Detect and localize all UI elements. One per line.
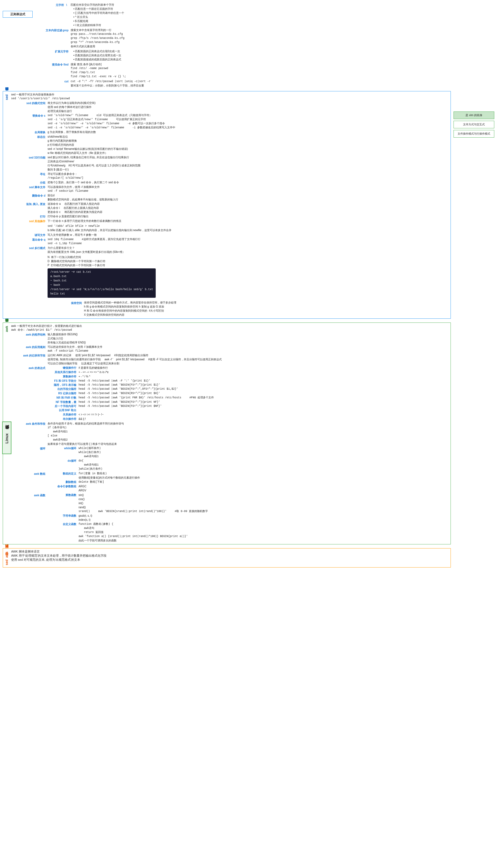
- ext-item-1: 匹配前面的正则表达式出现0次或一次: [73, 49, 451, 53]
- other-ex1: sed '/abb/ afile bfile > newfile: [47, 224, 450, 228]
- addr-1: 寻址可以配合多参命令：: [47, 172, 450, 176]
- flag-item-5: w file 将模式空间的内容写入文件（file 是新文件）: [47, 151, 450, 155]
- meta-content: 匹配任何非空白字符的列表单个字符 匹配任意一个跟在它后面的字符 [ ] 匹配方括…: [71, 3, 451, 27]
- diff-1: AWK 脚本是脚本语言: [11, 550, 450, 554]
- print-row: 打印 打印命令 p 直接把匹配行的行输出: [11, 214, 450, 219]
- print-content: 打印命令 p 直接把匹配行的行输出: [47, 214, 450, 218]
- grep-ex4: 各种方式的元素使用: [71, 44, 451, 49]
- sf-2: index(s, t): [79, 518, 450, 522]
- str-func-row: 字符串函数 gsub(r, s, t) index(s, t): [53, 514, 450, 522]
- sed32-3: 行号/old/new/g #行号可以是具体行号, 也可以是 1,3 (到3行) …: [47, 163, 450, 167]
- replace-ex1: sed 's/old/new/' filename old 可以使用正则表达式（…: [47, 113, 450, 118]
- sed-intro-row: sed 一般用于对文本内容做替换操作 sed '/user1/s/user1/u…: [11, 93, 450, 101]
- mf-1: sin(): [79, 493, 450, 497]
- argc: ARGC: [79, 484, 450, 488]
- cut-row: cut cut -d ":" -f7 /etc/passwd |sort |un…: [34, 79, 451, 87]
- multiline-why: 因为有些配置文件 XML json 文件配置时是多行出现的 (50k+维）: [47, 250, 450, 254]
- arith-label: 算数操作符: [53, 374, 77, 378]
- awk-loop-row: 循环 while循环 while(循环条件) while(执行条件) awk语句…: [11, 446, 450, 471]
- custom-func-row: 自定义函数 function 函数名(参数) { awk语句 return 返回…: [53, 522, 450, 542]
- next-desc: 下一行命令 n 多用于只想处理文件的奇数行或者偶数行的情况: [47, 219, 450, 223]
- meta-label: 元字符 \: [34, 3, 70, 7]
- global-replace-row: 全局替换 g 为全局替换，用于替换所有出现的次数: [11, 130, 450, 134]
- awk-outer-label: awk 文本编辑器: [4, 324, 10, 333]
- cf-1: function 函数名(参数) {: [79, 522, 450, 526]
- regex-section: 正则表达式 元字符 \ 匹配任何非空白字符的列表单个字符 匹配任意一个跟在它后面…: [3, 3, 451, 88]
- cut-label: cut: [34, 79, 70, 83]
- ext-item-2: 匹配前面的正则表达式出现零次或一次: [73, 53, 451, 57]
- awk-intro-1: awk 一般用于对文本内容进行统计，按需要的格式进行输出: [11, 324, 450, 328]
- print-label: 打印: [11, 214, 46, 219]
- delete-label: 删除命令 d: [11, 193, 46, 198]
- kv-row: 键值操作行 # 是最常见的键值操作行: [53, 366, 450, 370]
- sed32-4: 数到 $ (最后一行): [47, 167, 450, 171]
- fs-ex3: head -5 /etc/passwd |awk 'BEGIN{FS=":",O…: [79, 387, 450, 391]
- quit-ex2: sed -n 1,10p filename: [47, 242, 450, 246]
- nf-ex2: head -5 /etc/passwd |awk 'BEGIN{FS=":"}{…: [79, 404, 450, 408]
- preserve-2: H 和 G 命令将保持空间中的内容复制到到模式空间的 #大小写区别: [84, 309, 450, 313]
- kv-content: # 是最常见的键值操作行: [79, 366, 450, 370]
- global-replace-content: g 为全局替换，用于替换所有出现的次数: [47, 130, 450, 134]
- awk-struct-label: awk 的程序结构: [11, 332, 46, 337]
- flag-item-1: s/old/new/标志位: [47, 135, 450, 139]
- add-insert-row: 追加, 插入, 更改 追加命令 a 在匹配行的下面插入指定内容 插入命令 i 在…: [11, 202, 450, 214]
- flag-item-4: sed -n 'script' filename输出以默认情况(没有匹配行的行不…: [47, 147, 450, 151]
- math-func-row: 算数函数 sin() cos() int() rand() srand() aw…: [53, 493, 450, 513]
- sed-mode-row: sed 的模式空间 将文件以行为单位读取到内存(模式空间) 使用 sed 的每个…: [11, 101, 450, 113]
- grep-ex3: grep "^" /root/anaconda-ks.cfg: [71, 40, 451, 44]
- awk-struct-3: 所有输入完成后处理程序 END{}: [47, 341, 450, 345]
- arith-row: 算数操作符 + - * / % ^: [53, 374, 450, 378]
- awk-struct-1: 输入数据前操作 BEGIN{}: [47, 332, 450, 336]
- nr-fnr-ex: head -5 /etc/passwd |awk '{print FNR $0}…: [79, 396, 450, 400]
- meta-item-4: ^ 区分开头: [73, 15, 451, 19]
- sed-script-row: sed 脚本文件 可以选项保存为文件，使用 -f 加载脚本文件 sed -f s…: [11, 185, 450, 193]
- while-3: awk语句组1: [84, 454, 450, 458]
- sed-awk-label: sed 和 awk 的区别: [4, 550, 10, 566]
- awk-intro-row: awk 一般用于对文本内容进行统计，按需要的格式进行输出 awk 命令: /aw…: [11, 324, 450, 332]
- cmd-D: D 删除模式空间内的第一个字符到第一个换行符: [47, 259, 450, 263]
- custom-func-label: 自定义函数: [53, 522, 77, 526]
- sidebar-label-2: 文件方式与交互式: [463, 123, 485, 126]
- awk-section: awk 文本编辑器 awk 一般用于对文本内容进行统计，按需要的格式进行输出 a…: [3, 322, 451, 545]
- preserve-label: 保持空间: [47, 301, 83, 305]
- awk-array-row: awk 数组 数组的定义 for(变量 in 数组名) 使用数组[变量名]的方式…: [11, 471, 450, 493]
- find-content: 搜索 查找 条件 [执行动作] find /etc/ -name passwd …: [71, 62, 451, 79]
- fs-ex1: head -5 /etc/passwd |awk -F ':' '{print …: [79, 379, 450, 383]
- awk-cond-content: 条件语句使用 if 语句，根据表达式的结果选择不同行的操作语句 if (条件语句…: [47, 422, 450, 446]
- awk-rec-2: 使用空格, 制表符分隔行的通常的行操作字段 awk -f ' print $1,…: [47, 357, 450, 361]
- custom-func-content: function 函数名(参数) { awk语句 return 返回值 awk …: [79, 522, 450, 542]
- delete-row: 删除命令 d 留住d 删除模式空间内容，此处脚本不向输出端，读取新的输入行: [11, 193, 450, 202]
- grep-desc: 搜索文本中含有某字符序列的一行: [71, 28, 451, 32]
- add-insert-content: 追加命令 a 在匹配行的下面插入指定内容 插入命令 i 在匹配行的上面插入指定内…: [47, 202, 450, 214]
- do-1: do{: [79, 459, 450, 463]
- rel-ops-content: + - += -+ => => * /s /o /*e: [79, 370, 450, 374]
- do-2: awk语句组1: [84, 463, 450, 467]
- argv: ARGV: [79, 488, 450, 493]
- bool-row: 布尔操作符 && || !: [53, 417, 450, 421]
- math-func-content: sin() cos() int() rand() srand() awk 'BE…: [79, 493, 450, 513]
- argc-content: ARGC ARGV: [79, 484, 450, 493]
- bool-label: 布尔操作符: [53, 417, 77, 421]
- fs-ofs-content: head -5 /etc/passwd |awk -F ':' '{print …: [79, 379, 450, 391]
- sed-mode-label: sed 的模式空间: [11, 101, 46, 105]
- awk-cond-3: awk语句组1: [53, 430, 450, 434]
- awk-rules-content: 可以把这些保存为文件，使用 -f 加载脚本文件 awk -f sedscript…: [47, 345, 450, 353]
- grep-row: 文本内容过滤 grep 搜索文本中含有某字符序列的一行 grep pass../…: [34, 28, 451, 49]
- while-2: while(执行条件): [79, 450, 450, 454]
- addr-label: 寻址: [11, 172, 46, 176]
- arr-def-label: 数组的定义: [53, 471, 77, 476]
- arith-content: + - * / % ^: [79, 374, 450, 378]
- grep-ex2: grep /ftp/s /root/anaconda-ks.cfg: [71, 36, 451, 40]
- mf-3: int(): [79, 501, 450, 505]
- meta-item-1: 匹配任何非空白字符的列表单个字符: [71, 3, 451, 7]
- find-desc: 搜索 查找 条件 [执行动作]: [71, 62, 451, 66]
- awk-rec-1: 运行时 AWK 的记录 使用 'print $1,$2' /etc/passwd…: [47, 353, 450, 357]
- add-item-1: 追加命令 a 在匹配行的下面插入指定内容: [47, 202, 450, 206]
- delete-content: 留住d 删除模式空间内容，此处脚本不向输出端，读取新的输入行: [47, 193, 450, 202]
- awk-rules-2: awk -f sedscript filename: [47, 349, 450, 353]
- cf-desc: 由此一个字段可调用多次的函数: [79, 538, 450, 542]
- flag-item-3: p 打印模式空间的内容: [47, 143, 450, 147]
- while-1: while(循环条件): [79, 446, 450, 450]
- bool-content: && || !: [79, 417, 450, 421]
- sed-mode-3: 处理完成后输出这行: [47, 109, 450, 113]
